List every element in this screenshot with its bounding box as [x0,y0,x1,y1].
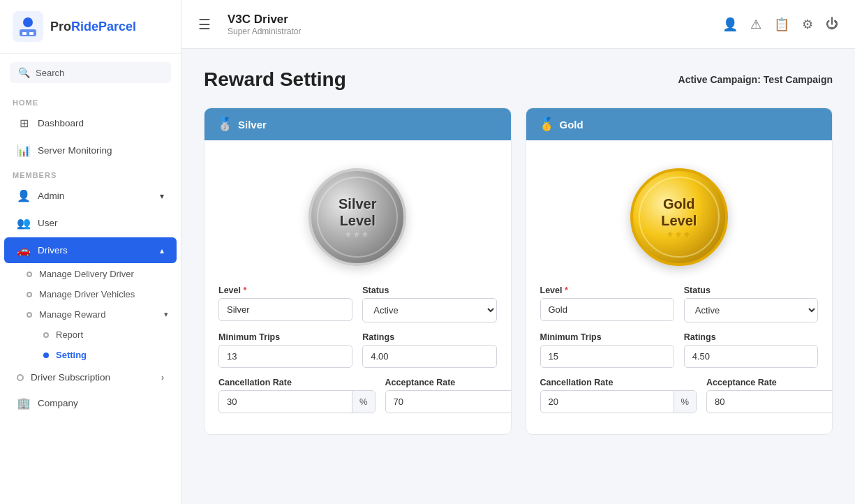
content-header: Reward Setting Active Campaign: Test Cam… [204,68,833,91]
sidebar-item-company[interactable]: 🏢 Company [4,390,177,416]
sidebar-item-manage-reward[interactable]: Manage Reward ▾ [21,304,181,325]
gold-acceptance-input[interactable] [707,391,833,413]
label-text: Level [218,286,241,295]
active-campaign-value: Test Campaign [764,74,833,85]
alert-icon[interactable]: ⚠ [750,17,761,32]
active-campaign-label: Active Campaign: [678,74,761,85]
silver-status-label: Status [362,286,496,295]
bullet-icon [27,272,32,277]
sidebar-item-admin[interactable]: 👤 Admin ▾ [4,183,177,209]
gold-status-select[interactable]: Active Inactive [684,298,818,323]
silver-card-header: 🥈 Silver [205,108,511,140]
gold-header-label: Gold [560,119,583,131]
settings-icon[interactable]: ⚙ [802,17,813,32]
gold-card: 🥇 Gold GoldLevel ⚜⚜⚜ Level [526,108,833,435]
gold-cancellation-input-wrap: % [540,390,697,413]
chevron-right-icon: › [161,373,164,383]
sidebar-item-label: Company [38,398,78,408]
silver-min-trips-group: Minimum Trips [218,332,352,368]
required-marker: * [243,286,246,295]
gold-card-body: GoldLevel ⚜⚜⚜ Level * [526,140,833,434]
gold-min-trips-label: Minimum Trips [540,332,674,342]
sidebar-item-manage-driver-vehicles[interactable]: Manage Driver Vehicles [21,284,181,304]
bullet-icon [43,353,49,358]
gold-min-trips-input[interactable] [540,345,674,368]
gold-row-2: Minimum Trips Ratings [540,332,819,368]
sidebar-item-label: Manage Reward [39,309,105,320]
user-profile-icon[interactable]: 👤 [722,17,738,32]
gold-row-1: Level * Status Active Inactive [540,286,819,323]
main-content: Reward Setting Active Campaign: Test Cam… [181,49,855,504]
bullet-icon [27,312,32,318]
sidebar-item-setting[interactable]: Setting [38,345,181,365]
silver-acceptance-input-wrap: % [385,390,512,413]
logo: ProRideParcel [0,0,181,54]
main-area: ☰ V3C Driver Super Administrator 👤 ⚠ 📋 ⚙… [181,0,855,504]
hamburger-icon[interactable]: ☰ [198,16,211,33]
silver-acceptance-input[interactable] [386,391,512,413]
silver-min-trips-input[interactable] [218,345,352,368]
sidebar-item-user[interactable]: 👥 User [4,210,177,236]
sidebar-item-server-monitoring[interactable]: 📊 Server Monitoring [4,138,177,163]
logo-text: ProRideParcel [50,20,136,34]
sidebar-item-dashboard[interactable]: ⊞ Dashboard [4,110,177,136]
reward-cards: 🥈 Silver SilverLevel ⚜⚜⚜ Level [204,108,833,435]
gold-ratings-input[interactable] [684,345,818,368]
gold-ratings-label: Ratings [684,332,818,342]
label-text: Level [540,286,563,295]
gold-acceptance-label: Acceptance Rate [706,378,833,387]
dashboard-icon: ⊞ [17,117,31,130]
silver-level-label: Level * [218,286,352,295]
gold-level-group: Level * [540,286,674,323]
sidebar-item-drivers[interactable]: 🚗 Drivers ▴ [4,237,177,263]
silver-level-group: Level * [218,286,352,323]
topbar-title: V3C Driver Super Administrator [228,13,711,36]
gold-acceptance-input-wrap: % [706,390,833,413]
gold-level-input[interactable] [540,298,674,321]
silver-row-2: Minimum Trips Ratings [218,332,497,368]
gold-cancellation-group: Cancellation Rate % [540,378,697,413]
silver-cancellation-group: Cancellation Rate % [218,378,376,413]
silver-row-1: Level * Status Active Inactive [218,286,497,323]
silver-medal-text: SilverLevel [339,195,376,229]
gold-medal-container: GoldLevel ⚜⚜⚜ [540,154,819,286]
bullet-icon [17,374,24,381]
silver-status-group: Status Active Inactive [362,286,496,323]
search-box[interactable]: 🔍 [10,62,171,83]
gold-cancellation-input[interactable] [541,391,674,413]
document-icon[interactable]: 📋 [774,17,789,32]
chevron-down-icon: ▾ [164,310,168,319]
bullet-icon [27,292,32,297]
gold-cancellation-label: Cancellation Rate [540,378,697,387]
silver-medal-container: SilverLevel ⚜⚜⚜ [218,154,497,286]
silver-medal-icon: 🥈 [217,117,232,132]
gold-status-label: Status [684,286,818,295]
silver-acceptance-label: Acceptance Rate [385,378,512,387]
silver-ratings-group: Ratings [362,332,496,368]
silver-level-input[interactable] [218,298,352,321]
gold-medal-text: GoldLevel [661,195,697,229]
page-title: Reward Setting [204,68,346,91]
sidebar-item-manage-delivery-driver[interactable]: Manage Delivery Driver [21,264,181,284]
percent-suffix: % [674,391,697,413]
gold-status-group: Status Active Inactive [684,286,818,323]
logo-icon [13,11,43,42]
silver-ratings-label: Ratings [362,332,496,342]
section-home: HOME [0,91,181,110]
app-name: V3C Driver [228,13,711,27]
company-icon: 🏢 [17,396,31,410]
drivers-submenu: Manage Delivery Driver Manage Driver Veh… [0,264,181,365]
gold-medal: GoldLevel ⚜⚜⚜ [630,168,728,266]
silver-status-select[interactable]: Active Inactive [362,298,496,323]
gold-ratings-group: Ratings [684,332,818,368]
svg-rect-3 [22,32,27,35]
sidebar-item-driver-subscription[interactable]: Driver Subscription › [4,366,177,389]
power-icon[interactable]: ⏻ [826,17,838,31]
sidebar-item-report[interactable]: Report [38,325,181,345]
silver-ratings-input[interactable] [362,345,496,368]
silver-cancellation-input[interactable] [219,391,352,413]
required-marker: * [565,286,568,295]
search-input[interactable] [36,68,163,78]
sidebar-item-label: User [38,218,58,228]
silver-cancellation-input-wrap: % [218,390,376,413]
